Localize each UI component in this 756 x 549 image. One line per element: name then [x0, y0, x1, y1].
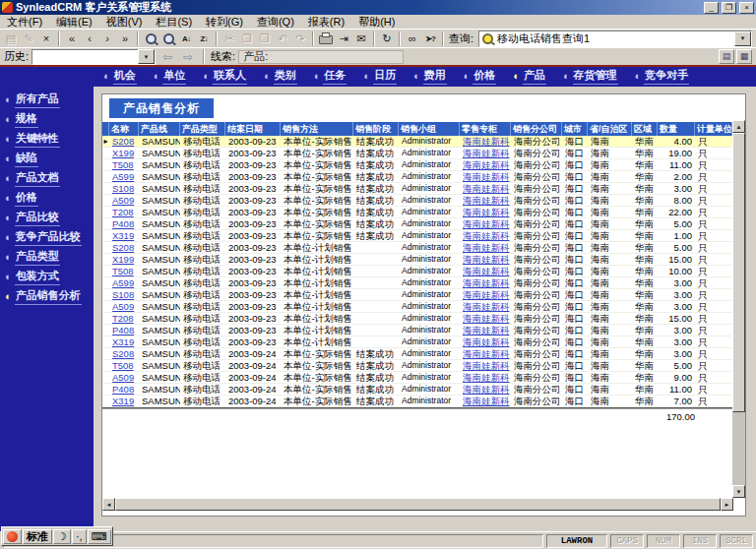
delete-icon[interactable]: × [37, 30, 55, 47]
sidebar-item-product-type[interactable]: ◖产品类型 [4, 249, 94, 265]
menu-item-3[interactable]: 栏目(S) [149, 15, 199, 29]
counter-link[interactable]: 海南娃新科 [460, 289, 511, 300]
sidebar-item-defects[interactable]: ◖缺陷 [4, 151, 94, 166]
product-link[interactable]: A509 [109, 195, 139, 206]
counter-link[interactable]: 海南娃新科 [460, 136, 511, 147]
table-row[interactable]: S108SAMSUNG移动电话2003-09-23本单位-实际销售结案成功Adm… [102, 183, 732, 195]
tab-price[interactable]: ◖价格 [455, 67, 505, 87]
product-link[interactable]: P408 [109, 384, 139, 395]
grid-view-button[interactable]: ▤ [719, 49, 734, 64]
counter-link[interactable]: 海南娃新科 [460, 384, 511, 395]
scroll-up-button[interactable]: ▲ [732, 120, 745, 133]
product-link[interactable]: T208 [109, 313, 139, 324]
sidebar-item-product-docs[interactable]: ◖产品文档 [4, 170, 94, 186]
product-link[interactable]: A599 [109, 171, 139, 182]
last-record-icon[interactable]: » [116, 30, 134, 47]
vertical-scroll-thumb[interactable] [732, 133, 745, 412]
ime-fullwidth-moon-icon[interactable]: ☽ [53, 529, 71, 544]
context-help-icon[interactable]: ➤? [421, 30, 439, 47]
tab-competitor[interactable]: ◖竞争对手 [626, 67, 698, 87]
prev-record-icon[interactable]: ‹ [81, 30, 98, 47]
counter-link[interactable]: 海南娃新科 [460, 242, 511, 253]
copy-icon[interactable]: ❐ [238, 30, 256, 47]
menu-item-5[interactable]: 查询(Q) [250, 15, 301, 29]
column-header-4[interactable]: 销售方法 [281, 122, 353, 136]
table-row[interactable]: X319SAMSUNG移动电话2003-09-24本单位-实际销售结案成功Adm… [102, 396, 732, 407]
product-link[interactable]: P408 [109, 325, 139, 336]
refresh-icon[interactable]: ↻ [378, 30, 396, 47]
table-row[interactable]: X319SAMSUNG移动电话2003-09-23本单位-计划销售Adminis… [102, 336, 732, 348]
counter-link[interactable]: 海南娃新科 [460, 360, 511, 371]
table-row[interactable]: S108SAMSUNG移动电话2003-09-23本单位-计划销售Adminis… [102, 289, 732, 301]
menu-item-0[interactable]: 文件(F) [0, 15, 49, 29]
table-row[interactable]: A509SAMSUNG移动电话2003-09-23本单位-实际销售结案成功Adm… [102, 195, 732, 207]
tab-calendar[interactable]: ◖日历 [354, 67, 405, 87]
counter-link[interactable]: 海南娃新科 [460, 301, 511, 312]
close-button[interactable]: × [739, 2, 754, 14]
column-header-12[interactable]: 数量 [658, 122, 695, 136]
counter-link[interactable]: 海南娃新科 [460, 230, 511, 241]
new-record-icon[interactable]: ▤ [2, 30, 20, 47]
product-link[interactable]: P408 [109, 218, 139, 229]
restore-button[interactable]: ❐ [722, 2, 736, 14]
minimize-button[interactable]: _ [704, 2, 719, 14]
tab-inventory[interactable]: ◖存货管理 [554, 67, 626, 87]
counter-link[interactable]: 海南娃新科 [460, 148, 511, 158]
undo-icon[interactable]: ↶ [274, 30, 291, 47]
table-row[interactable]: T508SAMSUNG移动电话2003-09-24本单位-实际销售结案成功Adm… [102, 360, 732, 372]
first-record-icon[interactable]: « [63, 30, 81, 47]
forward-button[interactable]: ⇨ [179, 49, 197, 65]
table-row[interactable]: A509SAMSUNG移动电话2003-09-23本单位-计划销售Adminis… [102, 301, 732, 313]
table-row[interactable]: T508SAMSUNG移动电话2003-09-23本单位-计划销售Adminis… [102, 266, 732, 277]
counter-link[interactable]: 海南娃新科 [460, 254, 511, 265]
product-link[interactable]: A599 [109, 277, 139, 288]
print-icon[interactable] [317, 30, 335, 47]
column-header-11[interactable]: 区域 [632, 122, 658, 136]
counter-link[interactable]: 海南娃新科 [460, 266, 511, 276]
table-row[interactable]: S208SAMSUNG移动电话2003-09-24本单位-实际销售结案成功Adm… [102, 348, 732, 360]
product-link[interactable]: S208 [109, 348, 139, 359]
column-header-3[interactable]: 结案日期 [225, 122, 281, 136]
query-combobox[interactable]: 移动电话销售查询1 ▼ [478, 30, 752, 47]
counter-link[interactable]: 海南娃新科 [460, 159, 511, 170]
table-row[interactable]: T208SAMSUNG移动电话2003-09-23本单位-计划销售Adminis… [102, 313, 732, 325]
product-link[interactable]: T208 [109, 207, 139, 217]
export-icon[interactable]: ⇥ [335, 30, 352, 47]
card-view-button[interactable]: ▦ [736, 49, 752, 64]
column-header-1[interactable]: 产品线 [139, 122, 180, 136]
counter-link[interactable]: 海南娃新科 [460, 313, 511, 324]
table-row[interactable]: A509SAMSUNG移动电话2003-09-24本单位-实际销售结案成功Adm… [102, 372, 732, 384]
table-row[interactable]: P408SAMSUNG移动电话2003-09-23本单位-实际销售结案成功Adm… [102, 218, 732, 230]
column-header-8[interactable]: 销售分公司 [511, 122, 562, 136]
history-dropdown-arrow[interactable]: ▼ [138, 49, 155, 64]
sidebar-item-product-compare[interactable]: ◖产品比较 [4, 210, 94, 225]
table-row[interactable]: A599SAMSUNG移动电话2003-09-23本单位-计划销售Adminis… [102, 277, 732, 289]
column-header-7[interactable]: 零售专柜 [460, 122, 511, 136]
scroll-left-button[interactable]: ◄ [102, 498, 115, 511]
search-icon[interactable] [142, 30, 159, 47]
vertical-scrollbar[interactable]: ▲ ▼ [732, 120, 745, 498]
table-row[interactable]: P408SAMSUNG移动电话2003-09-24本单位-实际销售结案成功Adm… [102, 384, 732, 396]
cut-icon[interactable]: ✂ [220, 30, 238, 47]
counter-link[interactable]: 海南娃新科 [460, 195, 511, 206]
product-link[interactable]: X319 [109, 336, 139, 347]
ime-punctuation-icon[interactable]: ·, [72, 529, 87, 544]
product-link[interactable]: X319 [109, 230, 139, 241]
sidebar-item-specs[interactable]: ◖规格 [4, 111, 94, 127]
paste-icon[interactable]: ❒ [256, 30, 274, 47]
tab-opportunity[interactable]: ◖机会 [94, 67, 145, 87]
menu-item-7[interactable]: 帮助(H) [351, 15, 402, 29]
menu-item-4[interactable]: 转到(G) [199, 15, 250, 29]
tab-unit[interactable]: ◖单位 [145, 67, 195, 87]
product-link[interactable]: S108 [109, 289, 139, 300]
sidebar-item-all-products[interactable]: ◖所有产品 [4, 92, 94, 107]
product-link[interactable]: S108 [109, 183, 139, 194]
column-header-0[interactable]: 名称 [109, 122, 139, 136]
table-row[interactable]: T508SAMSUNG移动电话2003-09-23本单位-实际销售结案成功Adm… [102, 159, 732, 171]
counter-link[interactable]: 海南娃新科 [460, 348, 511, 359]
column-header-10[interactable]: 省/自治区 [588, 122, 632, 136]
tab-product[interactable]: ◖产品 [504, 67, 554, 87]
tab-category[interactable]: ◖类别 [255, 67, 305, 87]
tab-expense[interactable]: ◖费用 [405, 67, 455, 87]
scroll-down-button[interactable]: ▼ [732, 485, 745, 498]
